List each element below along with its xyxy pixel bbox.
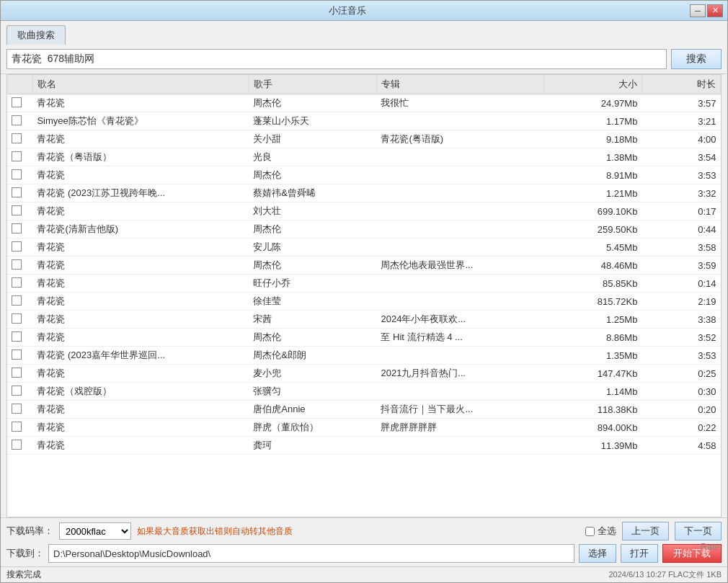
row-checkbox[interactable] <box>12 440 22 450</box>
row-duration: 3:54 <box>642 148 720 166</box>
open-folder-button[interactable]: 打开 <box>621 544 658 563</box>
bitrate-select[interactable]: 2000kflac 1000kmp3 320kmp3 128kmp3 <box>59 522 131 540</box>
info-text: 如果最大音质获取出错则自动转其他音质 <box>137 525 580 538</box>
row-size: 118.38Kb <box>543 401 642 419</box>
row-check-cell[interactable] <box>7 347 32 365</box>
row-checkbox[interactable] <box>12 350 22 360</box>
row-checkbox[interactable] <box>12 115 22 125</box>
select-all-checkbox[interactable] <box>585 527 595 536</box>
next-page-button[interactable]: 下一页 <box>675 522 722 540</box>
row-check-cell[interactable] <box>7 401 32 419</box>
row-check-cell[interactable] <box>7 275 32 293</box>
row-checkbox[interactable] <box>12 331 22 342</box>
row-size: 815.72Kb <box>543 293 642 311</box>
row-check-cell[interactable] <box>7 184 32 203</box>
row-size: 8.86Mb <box>543 329 642 347</box>
header-duration: 时长 <box>642 75 720 94</box>
row-check-cell[interactable] <box>7 130 32 148</box>
search-input[interactable] <box>6 49 667 69</box>
row-album <box>376 347 543 365</box>
row-checkbox[interactable] <box>12 259 22 270</box>
row-checkbox[interactable] <box>12 97 22 107</box>
table-row: 青花瓷 (2023江苏卫视跨年晚... 蔡婧祎&曾舜晞 1.21Mb 3:32 <box>7 184 721 203</box>
row-checkbox[interactable] <box>12 422 22 432</box>
row-artist: 刘大壮 <box>249 203 376 221</box>
minimize-button[interactable]: ─ <box>690 4 706 17</box>
row-check-cell[interactable] <box>7 239 32 257</box>
search-button[interactable]: 搜索 <box>671 49 722 69</box>
row-name: 青花瓷 <box>32 275 249 293</box>
row-check-cell[interactable] <box>7 112 32 130</box>
table-row: 青花瓷 周杰伦 至 Hit 流行精选 4 ... 8.86Mb 3:52 <box>7 329 721 347</box>
row-check-cell[interactable] <box>7 203 32 221</box>
row-check-cell[interactable] <box>7 419 32 437</box>
header-check <box>7 75 32 94</box>
row-name: 青花瓷 <box>32 130 249 148</box>
row-checkbox[interactable] <box>12 277 22 288</box>
row-check-cell[interactable] <box>7 166 32 184</box>
choose-folder-button[interactable]: 选择 <box>579 544 616 563</box>
bottom-bar: 下载码率： 2000kflac 1000kmp3 320kmp3 128kmp3… <box>1 517 727 566</box>
row-checkbox[interactable] <box>12 386 22 396</box>
row-check-cell[interactable] <box>7 329 32 347</box>
select-all-area: 全选 <box>585 525 616 538</box>
row-checkbox[interactable] <box>12 241 22 252</box>
row-check-cell[interactable] <box>7 293 32 311</box>
row-size: 24.97Mb <box>543 94 642 112</box>
row-checkbox[interactable] <box>12 313 22 324</box>
row-checkbox[interactable] <box>12 223 22 233</box>
row-checkbox[interactable] <box>12 295 22 306</box>
table-row: 青花瓷 旺仔小乔 85.85Kb 0:14 <box>7 275 721 293</box>
row-size: 1.38Mb <box>543 148 642 166</box>
table-row: 青花瓷 周杰伦 周杰伦地表最强世界... 48.46Mb 3:59 <box>7 257 721 275</box>
row-name: 青花瓷（粤语版） <box>32 148 249 166</box>
row-checkbox[interactable] <box>12 151 22 161</box>
table-row: 青花瓷 刘大壮 699.10Kb 0:17 <box>7 203 721 221</box>
row-name: 青花瓷 <box>32 329 249 347</box>
row-check-cell[interactable] <box>7 94 32 112</box>
row-check-cell[interactable] <box>7 221 32 239</box>
row-size: 1.35Mb <box>543 347 642 365</box>
row-checkbox[interactable] <box>12 169 22 179</box>
row-artist: 麦小兜 <box>249 365 376 383</box>
row-check-cell[interactable] <box>7 311 32 329</box>
table-row: 青花瓷(清新吉他版) 周杰伦 259.50Kb 0:44 <box>7 221 721 239</box>
row-check-cell[interactable] <box>7 257 32 275</box>
row-album <box>376 239 543 257</box>
header-artist: 歌手 <box>249 75 376 94</box>
row-check-cell[interactable] <box>7 437 32 455</box>
row-album <box>376 383 543 401</box>
row-album: 抖音流行｜当下最火... <box>376 401 543 419</box>
download-path-input[interactable] <box>48 544 574 563</box>
row-album <box>376 275 543 293</box>
row-checkbox[interactable] <box>12 404 22 414</box>
row-checkbox[interactable] <box>12 187 22 197</box>
row-name: 青花瓷 <box>32 257 249 275</box>
row-size: 85.85Kb <box>543 275 642 293</box>
bottom-row2: 下载到： 选择 打开 开始下载 <box>6 544 722 563</box>
tab-song-search[interactable]: 歌曲搜索 <box>6 25 66 45</box>
row-artist: 蔡婧祎&曾舜晞 <box>249 184 376 203</box>
row-album: 我很忙 <box>376 94 543 112</box>
table-row: 青花瓷 麦小兜 2021九月抖音热门... 147.47Kb 0:25 <box>7 365 721 383</box>
table-header-row: 歌名 歌手 专辑 大小 时长 <box>7 75 721 94</box>
row-artist: 周杰伦 <box>249 329 376 347</box>
row-checkbox[interactable] <box>12 205 22 215</box>
row-album <box>376 221 543 239</box>
search-bar: 搜索 <box>1 45 727 74</box>
row-checkbox[interactable] <box>12 368 22 378</box>
row-artist: 周杰伦 <box>249 94 376 112</box>
row-artist: 龚珂 <box>249 437 376 455</box>
tab-bar: 歌曲搜索 <box>1 21 727 45</box>
row-check-cell[interactable] <box>7 383 32 401</box>
select-all-label: 全选 <box>598 525 616 538</box>
row-check-cell[interactable] <box>7 365 32 383</box>
row-checkbox[interactable] <box>12 133 22 143</box>
song-table-container[interactable]: 歌名 歌手 专辑 大小 时长 青花瓷 周杰伦 我很忙 24.97Mb 3:57 … <box>6 74 722 517</box>
row-duration: 0:20 <box>642 401 720 419</box>
prev-page-button[interactable]: 上一页 <box>622 522 669 540</box>
row-artist: 宋茜 <box>249 311 376 329</box>
row-check-cell[interactable] <box>7 148 32 166</box>
row-artist: 徐佳莹 <box>249 293 376 311</box>
close-button[interactable]: ✕ <box>707 4 723 17</box>
